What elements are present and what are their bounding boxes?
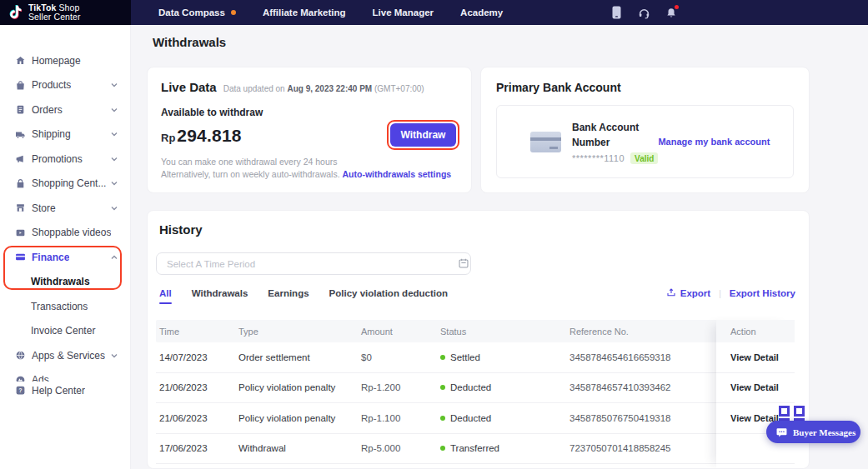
chevron-down-icon <box>110 106 118 114</box>
nav-label: Live Manager <box>373 7 434 17</box>
products-icon <box>15 80 26 91</box>
live-data-card: Live Data Data updated on Aug 9, 2023 22… <box>147 67 472 193</box>
tiktok-shop-logo[interactable]: TikTok Shop Seller Center <box>0 0 131 25</box>
sidebar-item-apps-services[interactable]: Apps & Services <box>0 343 130 368</box>
annotation-box-withdraw: Withdraw <box>387 120 459 150</box>
sidebar-item-shoppable-videos[interactable]: Shoppable videos <box>0 221 130 246</box>
promotions-icon <box>15 153 26 164</box>
sidebar-item-finance[interactable]: Finance <box>0 245 130 270</box>
page-title: Withdrawals <box>153 35 226 49</box>
sidebar-item-shipping[interactable]: Shipping <box>0 122 130 147</box>
history-table: Time Type Amount Status Reference No. 14… <box>156 320 795 468</box>
chevron-down-icon <box>110 130 118 138</box>
bell-icon[interactable] <box>665 6 678 19</box>
help-icon: ? <box>15 385 26 396</box>
buyer-messages-button[interactable]: Buyer Messages <box>766 421 860 443</box>
cell-time: 21/06/2023 <box>159 382 238 392</box>
sidebar-item-homepage[interactable]: Homepage <box>0 48 130 73</box>
orange-dot-badge <box>231 10 236 15</box>
view-detail-link[interactable]: View Detail <box>716 373 795 404</box>
withdraw-button[interactable]: Withdraw <box>390 123 456 147</box>
finance-icon <box>15 252 26 262</box>
tab-all[interactable]: All <box>159 288 172 298</box>
nav-live-manager[interactable]: Live Manager <box>373 7 434 17</box>
logo-shop: Shop <box>59 2 80 12</box>
sidebar-subitem-label: Transactions <box>31 301 88 312</box>
view-detail-link[interactable]: View Detail <box>716 342 795 373</box>
cell-amount: Rp-1.100 <box>361 413 440 423</box>
cell-type: Policy violation penalty <box>238 382 361 392</box>
chevron-down-icon <box>110 155 118 163</box>
sidebar-item-label: Store <box>32 202 56 214</box>
mobile-icon[interactable] <box>610 6 623 19</box>
tab-policy-violation-deduction[interactable]: Policy violation deduction <box>329 288 449 298</box>
cell-reference: 7237050701418858245 <box>569 443 711 453</box>
overlay-square-icon <box>794 406 805 417</box>
export-icon <box>666 287 676 299</box>
col-amount: Amount <box>361 327 440 337</box>
header-icon-group <box>610 0 678 25</box>
sidebar-item-help-center[interactable]: ? Help Center <box>0 382 129 399</box>
nav-data-compass[interactable]: Data Compass <box>158 7 236 17</box>
sidebar-subitem-transactions[interactable]: Transactions <box>0 294 130 319</box>
note-line-1: You can make one withdrawal every 24 hou… <box>161 157 338 167</box>
cell-status: Settled <box>440 352 569 362</box>
nav-affiliate-marketing[interactable]: Affiliate Marketing <box>263 7 346 17</box>
sidebar-subitem-withdrawals[interactable]: Withdrawals <box>0 270 130 295</box>
export-button[interactable]: Export <box>666 287 710 299</box>
cell-amount: $0 <box>361 352 440 362</box>
sidebar-subitem-invoice-center[interactable]: Invoice Center <box>0 319 130 344</box>
sidebar-item-store[interactable]: Store <box>0 196 130 221</box>
sidebar-item-label: Shopping Cent... <box>32 177 106 189</box>
bank-account-number-label: Bank Account Number <box>572 122 639 148</box>
logo-seller-center: Seller Center <box>28 12 81 22</box>
sidebar-item-promotions[interactable]: Promotions <box>0 147 130 172</box>
updated-prefix: Data updated on <box>223 84 285 93</box>
chevron-down-icon <box>110 81 118 89</box>
sidebar-item-orders[interactable]: Orders <box>0 97 130 122</box>
sidebar-item-label: Shipping <box>32 128 71 140</box>
currency-label: Rp <box>161 132 175 144</box>
sidebar-item-label: Products <box>32 79 71 91</box>
nav-academy[interactable]: Academy <box>460 7 503 17</box>
export-history-button[interactable]: Export History <box>730 288 795 298</box>
svg-text:?: ? <box>19 387 23 393</box>
masked-account-number: ********1110 <box>572 153 625 163</box>
nav-label: Academy <box>460 7 503 17</box>
available-to-withdraw-label: Available to withdraw <box>161 107 458 118</box>
export-history-label: Export History <box>730 288 795 298</box>
sidebar-item-shopping-center[interactable]: Shopping Cent... <box>0 172 130 197</box>
withdrawal-notes: You can make one withdrawal every 24 hou… <box>161 156 458 181</box>
valid-status-badge: Valid <box>630 152 658 164</box>
manage-bank-account-link[interactable]: Manage my bank account <box>658 137 770 147</box>
bank-card-title: Primary Bank Account <box>496 81 794 94</box>
chevron-down-icon <box>110 352 118 360</box>
shipping-icon <box>15 129 26 140</box>
sidebar-item-label: Help Center <box>32 385 85 397</box>
tab-earnings[interactable]: Earnings <box>268 288 309 298</box>
sidebar-item-products[interactable]: Products <box>0 73 130 98</box>
tab-withdrawals[interactable]: Withdrawals <box>192 288 248 298</box>
amount-value: 294.818 <box>177 126 241 146</box>
cell-time: 21/06/2023 <box>159 413 238 423</box>
chevron-down-icon <box>110 179 118 187</box>
chevron-up-icon <box>110 253 118 262</box>
col-status: Status <box>440 327 569 337</box>
shoppable-videos-icon <box>15 227 26 238</box>
tiktok-note-icon <box>8 3 24 22</box>
col-time: Time <box>159 327 238 337</box>
auto-withdrawals-settings-link[interactable]: Auto-withdrawals settings <box>343 169 452 179</box>
sidebar: Homepage Products Orders Shipping Promot… <box>0 25 131 469</box>
cell-status: Deducted <box>440 382 569 392</box>
cell-status: Transferred <box>440 443 569 453</box>
history-title: History <box>159 222 203 237</box>
headset-icon[interactable] <box>637 6 650 19</box>
cell-status: Deducted <box>440 413 569 423</box>
credit-card-icon <box>530 132 561 152</box>
primary-bank-account-card: Primary Bank Account Bank Account Number… <box>480 67 810 193</box>
status-dot <box>440 446 445 451</box>
time-period-input[interactable] <box>156 252 471 275</box>
sidebar-subitem-label: Invoice Center <box>31 325 95 337</box>
col-type: Type <box>238 327 361 337</box>
apps-services-icon <box>15 350 26 361</box>
